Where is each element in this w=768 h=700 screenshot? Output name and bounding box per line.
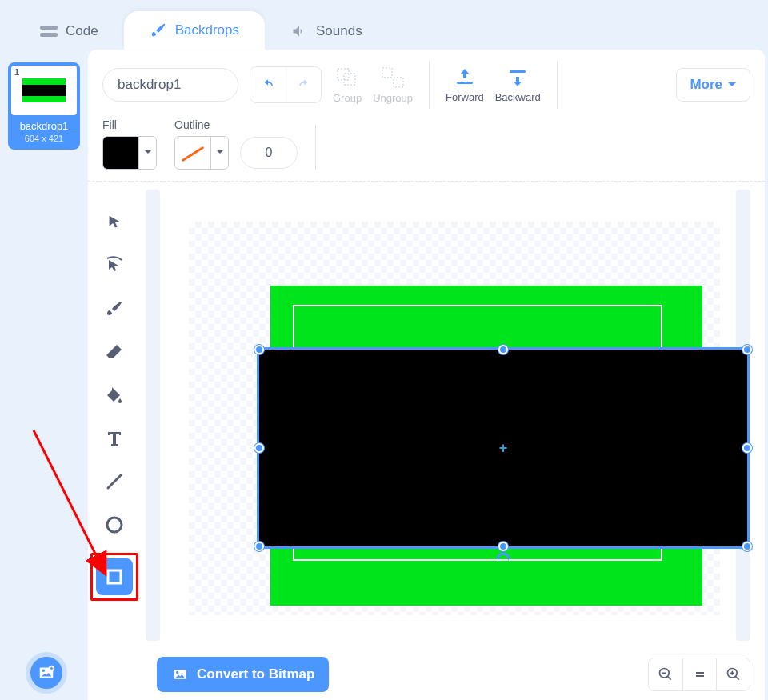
- tab-code[interactable]: Code: [14, 13, 124, 50]
- outline-dropdown[interactable]: [210, 137, 228, 169]
- svg-rect-5: [382, 68, 392, 78]
- backdrop-thumb[interactable]: 1 backdrop1 604 x 421: [8, 62, 80, 150]
- paint-stage[interactable]: +: [189, 222, 720, 615]
- fill-swatch[interactable]: [102, 136, 157, 170]
- undo-redo-group: [250, 66, 322, 103]
- selection-handle[interactable]: [742, 542, 752, 551]
- more-label: More: [690, 77, 722, 93]
- toolbar-row-1: Group Ungroup Forward Backward More: [88, 50, 765, 115]
- center-crosshair-icon: +: [499, 440, 508, 457]
- svg-rect-1: [40, 33, 58, 37]
- selection-handle[interactable]: [254, 345, 264, 354]
- bottom-bar: Convert to Bitmap: [88, 649, 765, 700]
- divider: [429, 61, 430, 109]
- ungroup-button[interactable]: Ungroup: [373, 66, 413, 104]
- tab-bar: Code Backdrops Sounds: [0, 0, 768, 50]
- chevron-down-icon: [727, 81, 737, 89]
- shape-black-rectangle-selected[interactable]: +: [259, 350, 747, 546]
- outline-width-input[interactable]: 0: [240, 137, 298, 169]
- circle-icon: [105, 515, 124, 534]
- tool-line[interactable]: [96, 463, 133, 500]
- group-button[interactable]: Group: [333, 66, 362, 104]
- selection-handle[interactable]: [498, 345, 508, 354]
- selection-handle[interactable]: [254, 542, 264, 551]
- tool-select[interactable]: [96, 204, 133, 241]
- tool-text[interactable]: [96, 420, 133, 457]
- more-button[interactable]: More: [676, 68, 750, 102]
- costume-name-input[interactable]: [102, 68, 238, 102]
- equals-icon: [694, 668, 706, 681]
- divider: [315, 125, 316, 170]
- add-backdrop-button[interactable]: [26, 652, 67, 694]
- selection-handle[interactable]: [742, 443, 752, 453]
- tab-backdrops[interactable]: Backdrops: [124, 11, 265, 50]
- outline-label: Outline: [174, 118, 298, 131]
- svg-rect-11: [108, 570, 121, 583]
- backdrop-sidebar: 1 backdrop1 604 x 421: [0, 50, 88, 700]
- fill-control: Fill: [102, 118, 157, 170]
- backdrop-thumb-name: backdrop1: [20, 120, 69, 132]
- tab-sounds-label: Sounds: [316, 23, 362, 39]
- tool-reshape[interactable]: [96, 247, 133, 284]
- zoom-in-button[interactable]: [716, 658, 750, 690]
- sound-icon: [290, 23, 308, 39]
- redo-button[interactable]: [286, 67, 321, 102]
- chevron-down-icon: [144, 150, 152, 156]
- svg-rect-7: [457, 82, 473, 84]
- svg-line-9: [108, 475, 121, 488]
- backward-label: Backward: [495, 91, 541, 103]
- backdrop-thumb-index: 1: [14, 67, 19, 77]
- svg-rect-0: [40, 26, 58, 30]
- canvas-row: +: [88, 182, 765, 649]
- chevron-down-icon: [216, 150, 224, 156]
- tool-fill[interactable]: [96, 377, 133, 414]
- svg-rect-6: [394, 78, 403, 87]
- zoom-out-icon: [658, 666, 674, 682]
- rotation-handle[interactable]: [494, 550, 512, 569]
- tab-sounds[interactable]: Sounds: [265, 13, 388, 50]
- text-icon: [106, 430, 123, 447]
- backdrop-thumb-preview: 1: [11, 66, 77, 115]
- scrollbar-left[interactable]: [146, 190, 160, 641]
- cursor-icon: [106, 212, 123, 233]
- rectangle-icon: [105, 567, 124, 586]
- undo-icon: [259, 78, 277, 92]
- svg-point-10: [107, 518, 122, 532]
- selection-handle[interactable]: [742, 345, 752, 354]
- svg-line-18: [735, 677, 738, 680]
- tool-rectangle[interactable]: [96, 558, 133, 595]
- divider: [557, 61, 558, 109]
- code-icon: [40, 24, 58, 38]
- fill-color-swatch: [103, 137, 138, 169]
- svg-line-13: [668, 677, 671, 680]
- canvas-area[interactable]: +: [141, 182, 765, 649]
- tool-circle[interactable]: [96, 506, 133, 543]
- annotation-highlight: [90, 553, 138, 601]
- tool-eraser[interactable]: [96, 334, 133, 370]
- tab-backdrops-label: Backdrops: [175, 22, 239, 38]
- convert-label: Convert to Bitmap: [197, 666, 314, 682]
- ungroup-label: Ungroup: [373, 92, 413, 104]
- zoom-out-button[interactable]: [649, 658, 682, 690]
- tab-code-label: Code: [66, 23, 98, 39]
- convert-to-bitmap-button[interactable]: Convert to Bitmap: [157, 657, 329, 692]
- redo-icon: [295, 78, 313, 92]
- undo-button[interactable]: [250, 67, 286, 102]
- line-icon: [105, 472, 124, 491]
- backward-button[interactable]: Backward: [495, 67, 541, 103]
- zoom-in-icon: [726, 666, 742, 682]
- zoom-controls: [648, 658, 750, 691]
- forward-icon: [454, 67, 476, 88]
- zoom-reset-button[interactable]: [682, 658, 716, 690]
- tool-brush[interactable]: [96, 290, 133, 327]
- outline-color-swatch: [175, 137, 210, 169]
- brush-tool-icon: [105, 299, 124, 318]
- fill-dropdown[interactable]: [138, 137, 156, 169]
- selection-handle[interactable]: [254, 443, 264, 453]
- image-plus-icon: [37, 664, 56, 682]
- paint-editor: Group Ungroup Forward Backward More: [88, 50, 765, 700]
- reshape-icon: [104, 255, 125, 276]
- outline-swatch[interactable]: [174, 136, 229, 170]
- tool-strip: [88, 182, 141, 649]
- forward-button[interactable]: Forward: [446, 67, 484, 103]
